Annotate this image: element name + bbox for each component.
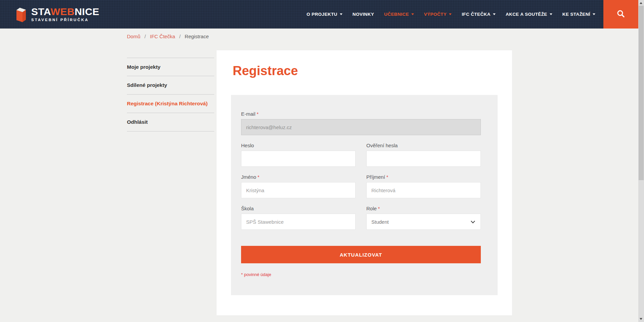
nav-item-vypocty[interactable]: VÝPOČTY: [424, 12, 452, 17]
chevron-down-icon: [340, 13, 342, 15]
first-name-label: Jméno*: [241, 174, 356, 180]
first-name-field[interactable]: [241, 182, 356, 198]
required-fields-note: * povinné údaje: [241, 272, 481, 277]
nav-item-o-projektu[interactable]: O PROJEKTU: [307, 12, 342, 17]
password-label: Heslo: [241, 143, 356, 148]
breadcrumb-separator: /: [179, 34, 181, 39]
vertical-scrollbar[interactable]: [638, 0, 644, 322]
school-label: Škola: [241, 206, 356, 211]
nav-item-ke-stazeni[interactable]: KE STAŽENÍ: [562, 12, 595, 17]
nav-item-ucebnice[interactable]: UČEBNICE: [384, 12, 414, 17]
page-title: Registrace: [233, 64, 512, 78]
registration-form: E-mail* Heslo Ověření hesla Jméno* Příjm…: [231, 95, 498, 295]
main-nav: O PROJEKTU NOVINKY UČEBNICE VÝPOČTY IFC …: [307, 12, 595, 17]
breadcrumb-current: Registrace: [185, 34, 209, 39]
password-confirm-label: Ověření hesla: [366, 143, 481, 148]
email-field[interactable]: [241, 119, 481, 135]
logo-title: STAWEBNICE: [31, 6, 99, 17]
email-label: E-mail*: [241, 111, 481, 117]
role-label: Role*: [366, 206, 481, 211]
nav-item-akce-a-souteze[interactable]: AKCE A SOUTĚŽE: [506, 12, 552, 17]
sidebar-item-sdilene-projekty[interactable]: Sdílené projekty: [127, 76, 214, 95]
last-name-field[interactable]: [366, 182, 481, 198]
search-icon: [616, 9, 625, 19]
nav-item-ifc-ctecka[interactable]: IFC ČTEČKA: [462, 12, 496, 17]
password-field[interactable]: [241, 151, 356, 167]
logo-book-icon: [15, 6, 27, 23]
scrollbar-thumb[interactable]: [639, 6, 644, 180]
sidebar-item-odhlasit[interactable]: Odhlásit: [127, 113, 214, 131]
breadcrumb: Domů / IFC Čtečka / Registrace: [127, 34, 209, 39]
chevron-down-icon: [593, 13, 595, 15]
content-card: Registrace E-mail* Heslo Ověření hesla J…: [217, 50, 512, 315]
required-asterisk: *: [386, 174, 388, 180]
required-asterisk: *: [258, 174, 259, 180]
chevron-down-icon: [449, 13, 452, 15]
required-asterisk: *: [378, 206, 380, 211]
scroll-up-icon[interactable]: [640, 2, 642, 4]
top-navbar: STAWEBNICE STAVEBNÍ PŘÍRUČKA O PROJEKTU …: [0, 0, 638, 29]
chevron-down-icon: [493, 13, 496, 15]
logo-subtitle: STAVEBNÍ PŘÍRUČKA: [31, 18, 99, 22]
account-sidebar: Moje projekty Sdílené projekty Registrac…: [127, 58, 214, 131]
role-selected-value: Student: [371, 219, 389, 225]
breadcrumb-home-link[interactable]: Domů: [127, 34, 140, 39]
search-button[interactable]: [603, 0, 638, 29]
sidebar-item-registrace[interactable]: Registrace (Kristýna Richterová): [127, 95, 214, 113]
breadcrumb-separator: /: [144, 34, 146, 39]
role-select[interactable]: Student: [366, 214, 481, 230]
school-field[interactable]: [241, 214, 356, 230]
breadcrumb-ifc-ctecka-link[interactable]: IFC Čtečka: [150, 34, 175, 39]
chevron-down-icon: [550, 13, 552, 15]
last-name-label: Příjmení*: [366, 174, 481, 180]
nav-item-novinky[interactable]: NOVINKY: [353, 12, 374, 17]
sidebar-item-moje-projekty[interactable]: Moje projekty: [127, 58, 214, 76]
required-asterisk: *: [257, 111, 259, 117]
scroll-down-icon[interactable]: [640, 318, 642, 320]
chevron-down-icon: [471, 219, 475, 223]
password-confirm-field[interactable]: [366, 151, 481, 167]
chevron-down-icon: [411, 13, 414, 15]
site-logo[interactable]: STAWEBNICE STAVEBNÍ PŘÍRUČKA: [15, 6, 99, 23]
update-button[interactable]: AKTUALIZOVAT: [241, 246, 481, 263]
